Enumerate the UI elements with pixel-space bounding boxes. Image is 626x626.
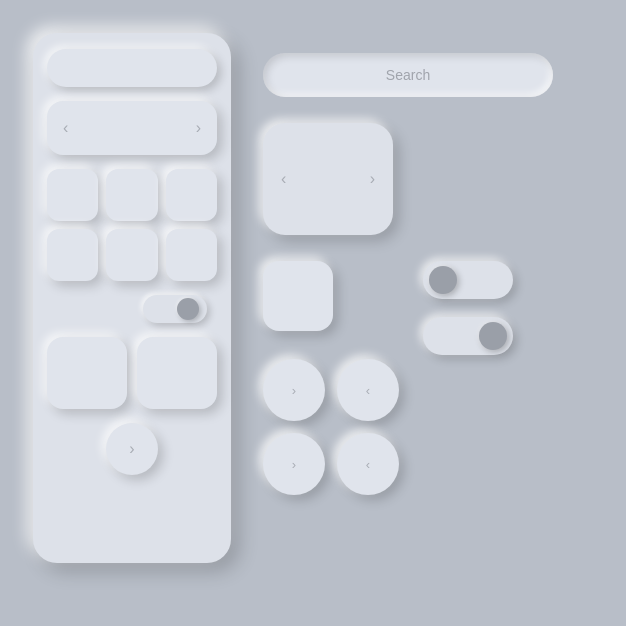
nav-prev-icon[interactable]: ‹	[63, 120, 68, 136]
bottom-chevron-icon: ›	[129, 441, 134, 457]
button-grid	[47, 169, 217, 281]
toggle-switch-top[interactable]	[423, 261, 513, 299]
left-panel: ‹ › ›	[33, 33, 231, 563]
nav-box[interactable]: ‹ ›	[263, 123, 393, 235]
large-btn-right[interactable]	[137, 337, 217, 409]
grid-btn-5[interactable]	[106, 229, 157, 281]
circle-chevron-1: ›	[292, 384, 296, 397]
circle-chevron-2: ‹	[366, 384, 370, 397]
grid-btn-2[interactable]	[106, 169, 157, 221]
bottom-circle-btn[interactable]: ›	[106, 423, 158, 475]
search-placeholder: Search	[386, 67, 430, 83]
nav-next-icon[interactable]: ›	[196, 120, 201, 136]
toggle-switch-bottom[interactable]	[423, 317, 513, 355]
grid-btn-4[interactable]	[47, 229, 98, 281]
top-pill[interactable]	[47, 49, 217, 87]
circle-btn-1[interactable]: ›	[263, 359, 325, 421]
circle-btn-3[interactable]: ›	[263, 433, 325, 495]
nav-box-prev-icon[interactable]: ‹	[281, 171, 286, 187]
nav-row[interactable]: ‹ ›	[47, 101, 217, 155]
circle-chevron-3: ›	[292, 458, 296, 471]
grid-btn-6[interactable]	[166, 229, 217, 281]
circle-btn-4[interactable]: ‹	[337, 433, 399, 495]
panel-toggle-switch[interactable]	[143, 295, 207, 323]
toggle-knob-bottom	[479, 322, 507, 350]
large-btn-left[interactable]	[47, 337, 127, 409]
toggle-row	[47, 295, 217, 323]
circle-chevron-4: ‹	[366, 458, 370, 471]
small-square-btn[interactable]	[263, 261, 333, 331]
search-bar[interactable]: Search	[263, 53, 553, 97]
circle-btn-2[interactable]: ‹	[337, 359, 399, 421]
grid-btn-1[interactable]	[47, 169, 98, 221]
large-button-row	[47, 337, 217, 409]
nav-box-next-icon[interactable]: ›	[370, 171, 375, 187]
circle-button-group: › ‹ › ‹	[263, 359, 399, 495]
panel-toggle-knob	[177, 298, 199, 320]
toggle-knob-top	[429, 266, 457, 294]
right-toggles	[423, 261, 513, 355]
grid-btn-3[interactable]	[166, 169, 217, 221]
